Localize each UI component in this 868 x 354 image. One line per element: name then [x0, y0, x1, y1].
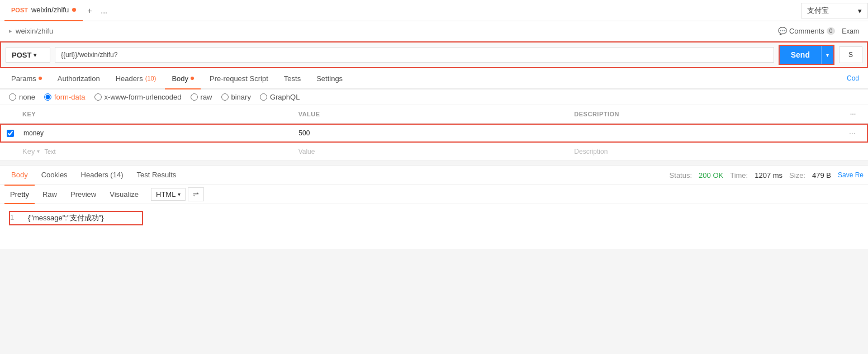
- status-label: Status:: [670, 171, 692, 180]
- fmt-tab-visualize[interactable]: Visualize: [104, 185, 144, 204]
- request-name: weixin/zhifu: [16, 27, 53, 35]
- wrap-button[interactable]: ⇌: [188, 187, 204, 201]
- url-input[interactable]: [55, 47, 774, 63]
- top-bar: POST weixin/zhifu + ... 支付宝 ▾: [0, 0, 868, 21]
- right-actions: 💬 Comments 0 Exam: [778, 27, 859, 35]
- tab-headers[interactable]: Headers (10): [109, 68, 163, 89]
- col-description: DESCRIPTION: [570, 107, 846, 121]
- examples-link[interactable]: Exam: [842, 27, 859, 35]
- send-dropdown-button[interactable]: ▾: [821, 46, 833, 64]
- body-dot: [191, 77, 194, 80]
- add-tab-button[interactable]: +: [83, 6, 96, 15]
- col-checkbox: [0, 107, 18, 121]
- response-tabs: Body Cookies Headers (14) Test Results: [4, 166, 183, 185]
- save-button[interactable]: S: [839, 46, 862, 63]
- format-tabs-row: Pretty Raw Preview Visualize HTML ▾ ⇌: [0, 185, 868, 204]
- response-body: 1 {"message":"支付成功"}: [0, 204, 868, 249]
- col-more: ···: [846, 107, 868, 121]
- tab-name: weixin/zhifu: [31, 6, 69, 14]
- line-number: 1: [10, 213, 19, 223]
- key-input[interactable]: [19, 125, 294, 141]
- params-table: KEY VALUE DESCRIPTION ··· ··· Key ▾ Text…: [0, 105, 868, 161]
- empty-table-row: Key ▾ Text Value Description: [0, 143, 868, 161]
- resp-tab-cookies[interactable]: Cookies: [35, 166, 74, 186]
- wrap-icon: ⇌: [193, 190, 199, 199]
- tab-tests[interactable]: Tests: [277, 68, 307, 89]
- empty-value-cell[interactable]: Value: [294, 143, 570, 160]
- format-select-wrapper: HTML ▾: [151, 188, 186, 201]
- resp-tab-headers[interactable]: Headers (14): [74, 166, 130, 186]
- code-link[interactable]: Cod: [842, 74, 864, 82]
- env-select-chevron: ▾: [858, 7, 862, 15]
- dropdown-arrow: ▾: [37, 148, 40, 154]
- radio-form-data[interactable]: form-data: [44, 93, 86, 101]
- body-type-row: none form-data x-www-form-urlencoded raw…: [0, 89, 868, 105]
- value-input[interactable]: [294, 125, 569, 141]
- fmt-tab-preview[interactable]: Preview: [65, 185, 102, 204]
- response-tabs-row: Body Cookies Headers (14) Test Results S…: [0, 165, 868, 185]
- tab-params[interactable]: Params: [4, 68, 49, 89]
- fmt-tab-pretty[interactable]: Pretty: [4, 185, 35, 204]
- resp-tab-testresults[interactable]: Test Results: [130, 166, 183, 186]
- method-chevron: ▾: [34, 52, 36, 58]
- row-checkbox[interactable]: [1, 125, 19, 141]
- tab-authorization[interactable]: Authorization: [51, 68, 107, 89]
- radio-graphql[interactable]: GraphQL: [260, 93, 300, 101]
- line-content: {"message":"支付成功"}: [28, 213, 104, 223]
- size-label: Size:: [789, 171, 805, 180]
- resp-tab-body[interactable]: Body: [4, 166, 35, 186]
- tab-prerequest[interactable]: Pre-request Script: [203, 68, 275, 89]
- comments-label: Comments: [789, 27, 824, 35]
- empty-checkbox: [0, 147, 18, 156]
- breadcrumb-chevron: ▸: [9, 27, 12, 35]
- tab-settings[interactable]: Settings: [310, 68, 349, 89]
- format-select[interactable]: HTML ▾: [151, 188, 186, 201]
- comments-count: 0: [827, 27, 836, 35]
- request-name-bar: ▸ weixin/zhifu 💬 Comments 0 Exam: [0, 21, 868, 41]
- response-line-1: 1 {"message":"支付成功"}: [10, 213, 142, 223]
- env-select-value: 支付宝: [807, 6, 829, 16]
- chat-icon: 💬: [778, 27, 787, 35]
- active-tab[interactable]: POST weixin/zhifu: [4, 0, 83, 21]
- col-value: VALUE: [294, 107, 570, 121]
- response-status: Status: 200 OK Time: 1207 ms Size: 479 B…: [670, 171, 864, 180]
- headers-badge: (10): [145, 75, 156, 82]
- request-tabs: Params Authorization Headers (10) Body P…: [4, 68, 349, 88]
- method-select[interactable]: POST ▾: [6, 48, 50, 63]
- time-value: 1207 ms: [755, 171, 782, 180]
- status-value: 200 OK: [699, 171, 723, 180]
- table-row: ···: [0, 124, 868, 143]
- description-input[interactable]: [570, 125, 845, 141]
- radio-urlencoded[interactable]: x-www-form-urlencoded: [94, 93, 182, 101]
- col-key: KEY: [18, 107, 294, 121]
- tab-body[interactable]: Body: [165, 68, 201, 89]
- tab-modified-dot: [72, 8, 76, 12]
- row-more-icon[interactable]: ···: [845, 126, 867, 140]
- params-dot: [39, 77, 42, 80]
- size-value: 479 B: [812, 171, 831, 180]
- table-header: KEY VALUE DESCRIPTION ···: [0, 105, 868, 124]
- more-tabs-button[interactable]: ...: [96, 6, 112, 15]
- url-bar: POST ▾ Send ▾ S: [0, 41, 868, 68]
- time-label: Time:: [730, 171, 748, 180]
- response-code-box: 1 {"message":"支付成功"}: [9, 211, 143, 225]
- radio-binary[interactable]: binary: [221, 93, 251, 101]
- env-select[interactable]: 支付宝 ▾: [801, 3, 868, 18]
- save-response-link[interactable]: Save Re: [838, 171, 864, 179]
- send-button[interactable]: Send: [780, 46, 821, 64]
- tab-method: POST: [11, 7, 28, 13]
- fmt-tab-raw[interactable]: Raw: [37, 185, 63, 204]
- empty-key-cell[interactable]: Key ▾ Text: [18, 143, 294, 160]
- comments-button[interactable]: 💬 Comments 0: [778, 27, 835, 35]
- radio-raw[interactable]: raw: [191, 93, 212, 101]
- row-checked[interactable]: [7, 130, 14, 137]
- send-btn-group: Send ▾: [779, 45, 834, 65]
- empty-description-cell[interactable]: Description: [570, 143, 846, 160]
- radio-none[interactable]: none: [9, 93, 35, 101]
- method-value: POST: [12, 51, 31, 59]
- request-tabs-row: Params Authorization Headers (10) Body P…: [0, 68, 868, 89]
- env-dropdown[interactable]: 支付宝 ▾: [801, 0, 868, 21]
